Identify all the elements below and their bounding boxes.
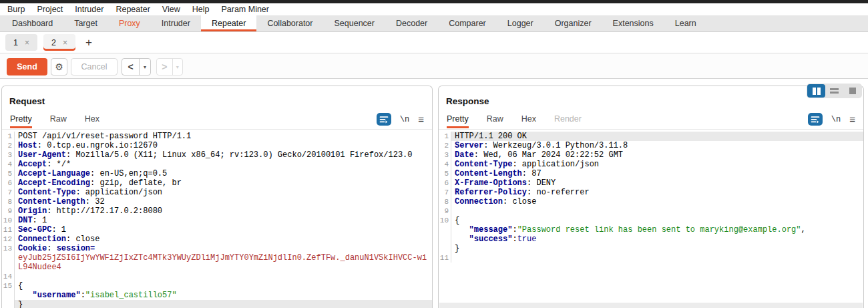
line-number bbox=[2, 300, 15, 308]
repeater-tab-1[interactable]: 1× bbox=[5, 34, 37, 51]
code-line: 8Connection: close bbox=[439, 197, 863, 206]
code-line: 6X-Frame-Options: DENY bbox=[439, 178, 863, 188]
line-number bbox=[439, 244, 451, 253]
code-text: Accept-Encoding: gzip, deflate, br bbox=[15, 178, 432, 188]
menu-item-burp[interactable]: Burp bbox=[1, 5, 31, 14]
tab-render[interactable]: Render bbox=[554, 114, 582, 128]
repeater-item-tab-bar: 1×2× + bbox=[0, 32, 868, 53]
main-tab-organizer[interactable]: Organizer bbox=[544, 15, 602, 31]
toolbar: Send ⚙ Cancel < ▾ > ▾ bbox=[0, 53, 868, 79]
send-button[interactable]: Send bbox=[7, 58, 47, 75]
close-tab-icon[interactable]: × bbox=[63, 39, 67, 47]
code-text: Date: Wed, 06 Mar 2024 02:22:52 GMT bbox=[451, 150, 863, 160]
line-number: 10 bbox=[439, 216, 451, 225]
tab-pretty[interactable]: Pretty bbox=[10, 114, 32, 128]
request-editor[interactable]: 1POST /api/v1/reset-password HTTP/1.12Ho… bbox=[2, 129, 432, 308]
main-tab-collaborator[interactable]: Collaborator bbox=[256, 15, 323, 31]
code-line: 10DNT: 1 bbox=[2, 216, 432, 225]
layout-stacked-button[interactable] bbox=[825, 84, 843, 98]
tab-raw[interactable]: Raw bbox=[50, 114, 67, 128]
line-number bbox=[2, 291, 15, 300]
main-tab-proxy[interactable]: Proxy bbox=[108, 15, 151, 31]
main-tab-learn[interactable]: Learn bbox=[664, 15, 707, 31]
line-number: 2 bbox=[439, 141, 451, 150]
main-tab-comparer[interactable]: Comparer bbox=[438, 15, 497, 31]
tab-hex[interactable]: Hex bbox=[85, 114, 99, 128]
stacked-icon bbox=[830, 88, 839, 94]
tab-pretty[interactable]: Pretty bbox=[447, 114, 469, 128]
line-number: 14 bbox=[2, 272, 15, 281]
menu-bar: BurpProjectIntruderRepeaterViewHelpParam… bbox=[0, 3, 868, 15]
code-line: "success":true bbox=[439, 235, 863, 244]
tab-raw[interactable]: Raw bbox=[487, 114, 503, 128]
code-text: { bbox=[451, 216, 863, 225]
history-forward-icon[interactable]: > bbox=[157, 61, 172, 72]
repeater-tab-label: 2 bbox=[51, 38, 56, 47]
code-text: "username":"isabel_castillo57" bbox=[15, 291, 432, 300]
code-text: Server: Werkzeug/3.0.1 Python/3.11.8 bbox=[451, 141, 863, 150]
code-line: 1HTTP/1.1 200 OK bbox=[439, 132, 863, 141]
code-text: Content-Length: 87 bbox=[451, 169, 863, 178]
line-number: 4 bbox=[439, 160, 451, 169]
new-repeater-tab-button[interactable]: + bbox=[85, 37, 92, 48]
horizontal-scrollbar[interactable] bbox=[439, 303, 863, 308]
menu-item-intruder[interactable]: Intruder bbox=[69, 5, 110, 14]
code-text: Host: 0.tcp.eu.ngrok.io:12670 bbox=[15, 141, 432, 150]
main-tab-sequencer[interactable]: Sequencer bbox=[323, 15, 385, 31]
history-forward-dropdown-icon[interactable]: ▾ bbox=[173, 64, 182, 70]
line-number: 4 bbox=[2, 160, 15, 169]
code-text: Cookie: session= bbox=[15, 244, 432, 253]
main-tab-dashboard[interactable]: Dashboard bbox=[1, 15, 63, 31]
line-number: 11 bbox=[2, 225, 15, 235]
history-forward-split-button[interactable]: > ▾ bbox=[156, 58, 183, 75]
main-tab-repeater[interactable]: Repeater bbox=[201, 15, 256, 31]
code-line: 3User-Agent: Mozilla/5.0 (X11; Linux x86… bbox=[2, 150, 432, 160]
code-text: eyJub25jZSI6IjYwYWFiZjIxZTc4MTk3YWUyZDli… bbox=[15, 253, 432, 272]
main-tab-target[interactable]: Target bbox=[63, 15, 108, 31]
history-back-icon[interactable]: < bbox=[122, 61, 139, 72]
response-panel: Response PrettyRawHexRender \n ≡ 1HTTP/1… bbox=[438, 86, 864, 308]
code-text bbox=[451, 253, 863, 263]
menu-item-project[interactable]: Project bbox=[31, 5, 69, 14]
pretty-print-toggle-icon[interactable] bbox=[808, 113, 823, 126]
line-number: 7 bbox=[439, 188, 451, 197]
editor-menu-icon[interactable]: ≡ bbox=[418, 114, 424, 124]
code-text: Accept-Language: en-US,en;q=0.5 bbox=[15, 169, 432, 178]
pretty-print-toggle-icon[interactable] bbox=[377, 113, 391, 126]
repeater-tab-label: 1 bbox=[13, 38, 18, 47]
line-number: 1 bbox=[2, 132, 15, 141]
menu-item-view[interactable]: View bbox=[156, 5, 186, 14]
tab-hex[interactable]: Hex bbox=[521, 114, 536, 128]
layout-side-by-side-button[interactable] bbox=[807, 84, 825, 98]
code-line: "message":"Password reset link has been … bbox=[439, 225, 863, 235]
single-pane-icon bbox=[849, 88, 856, 94]
line-number bbox=[439, 235, 451, 244]
main-tab-extensions[interactable]: Extensions bbox=[602, 15, 664, 31]
code-text: User-Agent: Mozilla/5.0 (X11; Linux x86_… bbox=[15, 150, 432, 160]
line-number: 5 bbox=[439, 169, 451, 178]
layout-single-button[interactable] bbox=[843, 84, 861, 98]
menu-item-help[interactable]: Help bbox=[186, 5, 216, 14]
newline-toggle-icon[interactable]: \n bbox=[400, 115, 409, 124]
newline-toggle-icon[interactable]: \n bbox=[831, 115, 841, 124]
response-editor[interactable]: 1HTTP/1.1 200 OK2Server: Werkzeug/3.0.1 … bbox=[439, 129, 863, 308]
menu-item-param-miner[interactable]: Param Miner bbox=[215, 5, 275, 14]
code-text: POST /api/v1/reset-password HTTP/1.1 bbox=[15, 132, 432, 141]
line-number: 12 bbox=[2, 235, 15, 244]
main-tab-intruder[interactable]: Intruder bbox=[151, 15, 201, 31]
code-line: 6Accept-Encoding: gzip, deflate, br bbox=[2, 178, 432, 188]
code-line: 8Content-Length: 32 bbox=[2, 197, 432, 206]
history-back-split-button[interactable]: < ▾ bbox=[122, 58, 151, 75]
editor-menu-icon[interactable]: ≡ bbox=[849, 114, 855, 124]
cancel-button[interactable]: Cancel bbox=[71, 58, 118, 75]
code-line: 4Accept: */* bbox=[2, 160, 432, 169]
code-text: Referrer-Policy: no-referrer bbox=[451, 188, 863, 197]
main-tab-logger[interactable]: Logger bbox=[497, 15, 544, 31]
close-tab-icon[interactable]: × bbox=[25, 39, 29, 47]
settings-gear-button[interactable]: ⚙ bbox=[51, 58, 67, 75]
history-back-dropdown-icon[interactable]: ▾ bbox=[140, 64, 150, 70]
repeater-tab-2[interactable]: 2× bbox=[43, 34, 75, 51]
menu-item-repeater[interactable]: Repeater bbox=[110, 5, 156, 14]
main-tab-decoder[interactable]: Decoder bbox=[385, 15, 438, 31]
code-text: Sec-GPC: 1 bbox=[15, 225, 432, 235]
